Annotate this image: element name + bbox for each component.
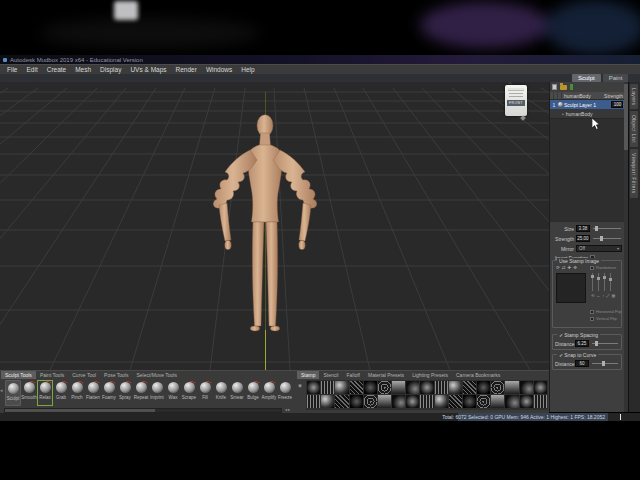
stamp-thumbnail[interactable] bbox=[505, 381, 518, 394]
checkmark-icon[interactable]: ✓ bbox=[559, 332, 563, 338]
tab-select-move-tools[interactable]: Select/Move Tools bbox=[132, 371, 180, 379]
stamp-thumbnail[interactable] bbox=[335, 395, 348, 408]
move-icon[interactable]: ✥ bbox=[573, 265, 577, 270]
new-layer-icon[interactable] bbox=[552, 84, 557, 90]
tool-knife[interactable]: Knife bbox=[213, 380, 229, 406]
arrows-v-icon[interactable]: ↕ bbox=[602, 293, 604, 298]
mesh-object-name[interactable]: humanBody bbox=[566, 111, 593, 117]
tool-grab[interactable]: Grab bbox=[53, 380, 69, 406]
stamp-thumbnail[interactable] bbox=[491, 395, 504, 408]
slider-handle[interactable] bbox=[597, 277, 600, 280]
stamp-thumbnail[interactable] bbox=[378, 395, 391, 408]
add-icon[interactable]: ✚ bbox=[568, 265, 572, 270]
stamp-thumbnail[interactable] bbox=[321, 381, 334, 394]
vertical-flip-checkbox[interactable] bbox=[590, 317, 594, 321]
tab-sculpt-tools[interactable]: Sculpt Tools bbox=[1, 371, 36, 379]
size-slider-handle[interactable] bbox=[595, 226, 598, 231]
expand-icon[interactable]: ⤢ bbox=[606, 293, 609, 298]
stamp-thumbnail[interactable] bbox=[463, 381, 476, 394]
tab-lighting-presets[interactable]: Lighting Presets bbox=[408, 371, 452, 379]
horizontal-flip-checkbox[interactable] bbox=[590, 310, 594, 314]
stamp-thumbnail[interactable] bbox=[392, 381, 405, 394]
stamp-thumbnail[interactable] bbox=[520, 381, 533, 394]
arrows-h-icon[interactable]: ↔ bbox=[596, 293, 600, 298]
tool-smooth[interactable]: Smooth bbox=[21, 380, 37, 406]
stamp-thumbnail[interactable] bbox=[350, 395, 363, 408]
stamp-thumbnail[interactable] bbox=[307, 395, 320, 408]
tool-tray-scroll-arrows[interactable]: ◂▸ bbox=[285, 407, 291, 412]
menu-render[interactable]: Render bbox=[176, 66, 197, 73]
spacing-distance-input[interactable]: 6.25 bbox=[575, 340, 589, 347]
stamp-thumbnail[interactable] bbox=[307, 381, 320, 394]
tab-camera-bookmarks[interactable]: Camera Bookmarks bbox=[452, 371, 504, 379]
stamp-thumbnail[interactable] bbox=[520, 395, 533, 408]
stamp-thumbnail[interactable] bbox=[505, 395, 518, 408]
scroll-right-icon[interactable]: ▸ bbox=[288, 407, 291, 412]
tool-repeat[interactable]: Repeat bbox=[133, 380, 149, 406]
randomize-checkbox[interactable] bbox=[590, 266, 594, 270]
menu-file[interactable]: File bbox=[7, 66, 17, 73]
scroll-left-icon[interactable]: ◂ bbox=[0, 387, 3, 393]
stamp-thumbnail[interactable] bbox=[406, 381, 419, 394]
strength-input[interactable]: 25.00 bbox=[576, 235, 590, 242]
stamp-thumbnail[interactable] bbox=[335, 381, 348, 394]
stamp-slider[interactable] bbox=[610, 273, 611, 291]
stamp-thumbnail[interactable] bbox=[534, 395, 547, 408]
snap-distance-input[interactable]: 60 bbox=[575, 360, 589, 367]
layer-strength-input[interactable]: 100 bbox=[611, 101, 623, 108]
mirror-dropdown[interactable]: Off ▾ bbox=[576, 245, 622, 252]
rotate-icon[interactable]: ⟲ bbox=[591, 293, 594, 298]
stamp-thumbnail[interactable] bbox=[491, 381, 504, 394]
tool-smear[interactable]: Smear bbox=[229, 380, 245, 406]
layer-name[interactable]: Sculpt Layer 1 bbox=[564, 102, 611, 108]
layer-group-icon[interactable] bbox=[570, 84, 573, 90]
stamp-thumbnail[interactable] bbox=[321, 395, 334, 408]
tool-fill[interactable]: Fill bbox=[197, 380, 213, 406]
mesh-object-row[interactable]: • humanBody bbox=[550, 109, 625, 118]
menu-windows[interactable]: Windows bbox=[206, 66, 232, 73]
slider-handle[interactable] bbox=[595, 341, 598, 346]
stamp-thumbnail[interactable] bbox=[477, 395, 490, 408]
tool-amplify[interactable]: Amplify bbox=[261, 380, 277, 406]
tool-pinch[interactable]: Pinch bbox=[69, 380, 85, 406]
side-tab-object-list[interactable]: Object List bbox=[630, 111, 638, 147]
tool-imprint[interactable]: Imprint bbox=[149, 380, 165, 406]
tool-bulge[interactable]: Bulge bbox=[245, 380, 261, 406]
size-input[interactable]: 3.38 bbox=[576, 225, 590, 232]
tab-falloff[interactable]: Falloff bbox=[342, 371, 364, 379]
tool-wax[interactable]: Wax bbox=[165, 380, 181, 406]
slider-handle[interactable] bbox=[603, 276, 606, 279]
menu-mesh[interactable]: Mesh bbox=[75, 66, 91, 73]
tab-paint-tools[interactable]: Paint Tools bbox=[36, 371, 68, 379]
3d-viewport[interactable]: ⌂ FRONT bbox=[0, 82, 549, 370]
tool-sculpt[interactable]: Sculpt bbox=[5, 380, 21, 406]
stamp-thumbnail[interactable] bbox=[435, 395, 448, 408]
stamp-thumbnail[interactable] bbox=[463, 395, 476, 408]
size-slider[interactable] bbox=[593, 228, 621, 229]
slider-handle[interactable] bbox=[609, 278, 612, 281]
target-icon[interactable]: ◉ bbox=[298, 383, 302, 388]
menu-create[interactable]: Create bbox=[47, 66, 67, 73]
tool-relax[interactable]: Relax bbox=[37, 380, 53, 406]
stamp-slider[interactable] bbox=[598, 273, 599, 291]
stamp-thumbnail[interactable] bbox=[350, 381, 363, 394]
slider-handle[interactable] bbox=[591, 275, 594, 278]
tab-material-presets[interactable]: Material Presets bbox=[364, 371, 408, 379]
strength-slider[interactable] bbox=[593, 238, 621, 239]
stamp-slider[interactable] bbox=[592, 273, 593, 291]
reference-image-card[interactable]: FRONT bbox=[505, 85, 527, 116]
stamp-thumbnail[interactable] bbox=[392, 395, 405, 408]
slider-handle[interactable] bbox=[602, 361, 605, 366]
strength-slider-handle[interactable] bbox=[600, 236, 603, 241]
menu-display[interactable]: Display bbox=[100, 66, 121, 73]
layer-row-selected[interactable]: 1 Sculpt Layer 1 100 ▴ bbox=[550, 100, 625, 109]
tool-foamy[interactable]: Foamy bbox=[101, 380, 117, 406]
stamp-thumbnail[interactable] bbox=[449, 395, 462, 408]
stamp-slider[interactable] bbox=[604, 273, 605, 291]
tab-stamp[interactable]: Stamp bbox=[297, 371, 319, 379]
snap-distance-slider[interactable] bbox=[592, 363, 618, 364]
tab-stencil[interactable]: Stencil bbox=[319, 371, 342, 379]
stamp-thumbnail[interactable] bbox=[364, 395, 377, 408]
tool-freeze[interactable]: Freeze bbox=[277, 380, 293, 406]
stamp-thumbnail[interactable] bbox=[449, 381, 462, 394]
